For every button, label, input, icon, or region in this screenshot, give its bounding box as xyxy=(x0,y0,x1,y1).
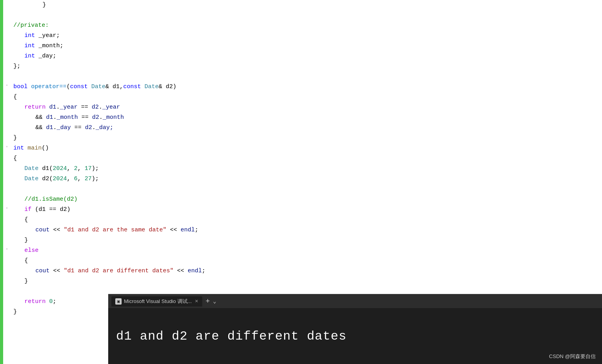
code-line: } xyxy=(6,133,602,143)
token-kw-purple: return xyxy=(24,103,46,112)
token-punct xyxy=(28,82,31,91)
token-kw-blue2: operator== xyxy=(31,82,66,91)
token-comment: //private: xyxy=(13,21,49,30)
token-punct: . xyxy=(53,123,57,132)
terminal-close-button[interactable]: ✕ xyxy=(195,299,198,304)
token-punct: ; xyxy=(202,266,205,275)
terminal-tab-icon: ▣ xyxy=(115,298,122,305)
token-punct: (d1 == d2) xyxy=(31,205,70,214)
fold-icon[interactable]: ▫ xyxy=(6,205,8,212)
token-punct: << xyxy=(50,225,64,235)
terminal-dropdown-button[interactable]: ⌄ xyxy=(213,298,216,305)
token-var-dark: _year xyxy=(60,103,78,112)
token-punct: == xyxy=(71,123,85,132)
terminal-output-text: d1 and d2 are different dates xyxy=(116,329,347,344)
code-line xyxy=(6,184,602,194)
token-punct: == xyxy=(78,103,92,112)
token-num: 6 xyxy=(74,174,78,183)
code-line: ▫bool operator==(const Date& d1,const Da… xyxy=(6,82,602,92)
code-line: ▫else xyxy=(6,246,602,256)
token-punct xyxy=(24,144,28,153)
token-punct: ); xyxy=(92,164,99,173)
code-line xyxy=(6,72,602,82)
code-line: int _month; xyxy=(6,41,602,51)
token-punct: ( xyxy=(66,82,70,91)
terminal-tab-bar: ▣ Microsoft Visual Studio 调试... ✕ + ⌄ xyxy=(108,294,602,308)
code-line: cout << "d1 and d2 are different dates" … xyxy=(6,266,602,276)
code-line: //d1.isSame(d2) xyxy=(6,194,602,205)
terminal-new-tab-button[interactable]: + xyxy=(204,297,211,305)
code-line: { xyxy=(6,256,602,266)
token-punct: { xyxy=(24,256,28,265)
code-line: { xyxy=(6,92,602,102)
token-punct: } xyxy=(35,0,46,9)
token-punct: , xyxy=(78,174,85,183)
token-punct: << xyxy=(174,266,188,275)
token-punct: . xyxy=(99,113,103,122)
token-punct: << xyxy=(50,266,64,275)
terminal-body: d1 and d2 are different dates xyxy=(108,308,602,364)
token-punct: () xyxy=(42,144,49,153)
token-type-teal: Date xyxy=(91,82,105,91)
token-var-dark: d1 xyxy=(46,123,53,132)
token-kw-purple: if xyxy=(24,205,31,214)
token-var-dark: d2 xyxy=(92,113,99,122)
fold-icon[interactable]: ▫ xyxy=(6,246,8,253)
token-punct: . xyxy=(99,103,102,112)
token-kw-blue: const xyxy=(70,82,88,91)
fold-icon[interactable]: ▫ xyxy=(6,82,8,89)
code-line: ▫if (d1 == d2) xyxy=(6,205,602,215)
token-kw-blue: int xyxy=(24,52,35,61)
token-punct xyxy=(141,82,144,91)
code-line: } xyxy=(6,235,602,246)
token-kw-blue: bool xyxy=(13,82,28,91)
token-kw-purple: else xyxy=(24,246,39,255)
token-punct: { xyxy=(24,215,28,224)
token-punct: & d1, xyxy=(105,82,123,91)
token-punct: ); xyxy=(92,174,99,183)
token-ident: _year; xyxy=(35,31,60,40)
token-num: 27 xyxy=(85,174,92,183)
token-var-dark: cout xyxy=(35,266,50,275)
code-line: } xyxy=(6,0,602,10)
code-line: && d1._day == d2._day; xyxy=(6,123,602,133)
token-punct: { xyxy=(13,92,17,102)
code-line: && d1._month == d2._month xyxy=(6,113,602,123)
code-line: Date d1(2024, 2, 17); xyxy=(6,164,602,174)
token-num: 2024 xyxy=(53,174,67,183)
code-line: cout << "d1 and d2 are the same date" <<… xyxy=(6,225,602,235)
token-punct: & d2) xyxy=(159,82,176,91)
terminal-tab-debug[interactable]: ▣ Microsoft Visual Studio 调试... ✕ xyxy=(111,296,202,307)
token-kw-blue: const xyxy=(123,82,141,91)
watermark: CSDN @阿森要自信 xyxy=(549,353,596,360)
token-punct: . xyxy=(92,123,96,132)
token-kw-blue: int xyxy=(24,41,35,50)
code-line: ▫int main() xyxy=(6,143,602,153)
token-var-dark: _month xyxy=(57,113,78,122)
token-var-dark: _month xyxy=(103,113,124,122)
token-var-dark: endl xyxy=(181,225,195,235)
token-num: 17 xyxy=(85,164,92,173)
code-line: return d1._year == d2._year xyxy=(6,102,602,113)
fold-icon[interactable]: ▫ xyxy=(6,144,8,150)
token-punct: } xyxy=(13,133,17,142)
token-punct: . xyxy=(56,103,60,112)
token-punct: ; xyxy=(53,297,56,306)
token-var-dark: _day; xyxy=(96,123,113,132)
code-line: } xyxy=(6,276,602,286)
token-kw-blue: int xyxy=(13,144,24,153)
token-var-dark: _day xyxy=(57,123,71,132)
token-punct: ; xyxy=(195,225,198,235)
code-line: { xyxy=(6,215,602,225)
token-num: 0 xyxy=(49,297,53,306)
code-line xyxy=(6,10,602,20)
token-punct: }; xyxy=(13,62,20,71)
token-punct: , xyxy=(67,164,74,173)
token-type-teal: Date xyxy=(144,82,159,91)
token-var-dark: _year xyxy=(102,103,120,112)
token-num: 2 xyxy=(74,164,78,173)
token-punct: && xyxy=(35,123,46,132)
token-fn-yellow: main xyxy=(28,144,42,153)
token-var-dark: d2 xyxy=(92,103,99,112)
token-ident: _day; xyxy=(35,52,56,61)
